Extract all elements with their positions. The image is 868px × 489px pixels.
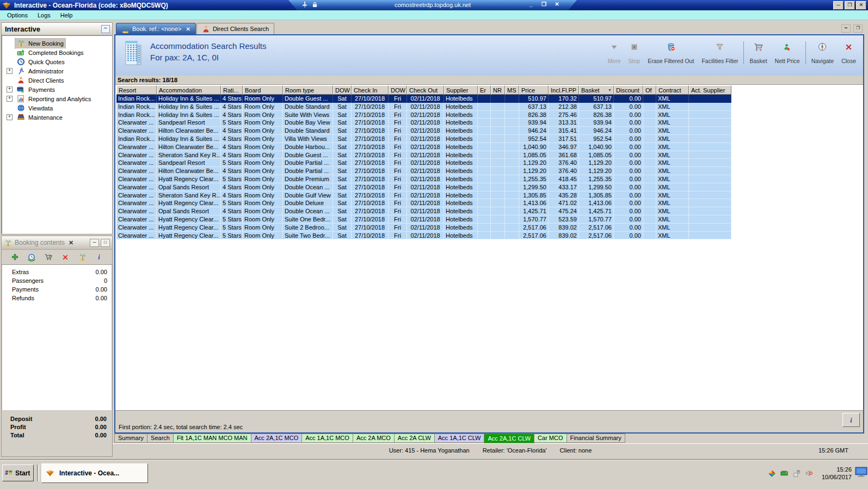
menu-item-options[interactable]: Options <box>2 10 33 20</box>
window-close-button[interactable]: ✕ <box>856 1 866 10</box>
sidebar-item-maintenance[interactable]: +Maintenance <box>2 113 112 122</box>
bottom-tab-car-mco[interactable]: Car MCO <box>534 434 567 443</box>
column-header-check-in[interactable]: Check In <box>352 85 389 95</box>
result-row[interactable]: Clearwater ...Opal Sands Resort4 StarsRo… <box>116 207 731 215</box>
column-header-board[interactable]: Board <box>243 85 283 95</box>
quote-button[interactable] <box>27 252 36 262</box>
result-row[interactable]: Clearwater ...Opal Sands Resort4 StarsRo… <box>116 183 731 191</box>
bottom-tab-acc-1a-1c-mco[interactable]: Acc 1A,1C MCO <box>301 434 353 443</box>
usb-device-tray-icon[interactable] <box>793 469 801 477</box>
column-header-dow[interactable]: DOW <box>389 85 407 95</box>
antivirus-tray-icon[interactable] <box>768 469 776 478</box>
menu-item-logs[interactable]: Logs <box>33 10 56 20</box>
bottom-tab-search[interactable]: Search <box>147 434 174 443</box>
sidebar-collapse-button[interactable]: − <box>101 25 110 33</box>
column-header-act-supplier[interactable]: Act. Supplier <box>689 85 731 95</box>
tab-book-ref-none[interactable]: Book. ref.: <none>✕ <box>116 23 196 34</box>
network-card-tray-icon[interactable] <box>780 470 789 476</box>
result-row[interactable]: Clearwater ...Hilton Clearwater Be...4 S… <box>116 167 731 175</box>
result-row[interactable]: Clearwater ...Sandpearl Resort5 StarsRoo… <box>116 159 731 167</box>
expand-icon[interactable]: + <box>7 114 13 120</box>
expand-icon[interactable]: + <box>7 68 13 74</box>
window-restore-button[interactable]: ❐ <box>845 1 855 10</box>
column-header-nr[interactable]: NR <box>491 85 505 95</box>
sidebar-item-new-booking[interactable]: +New Booking <box>2 39 112 48</box>
bottom-tab-acc-2a-mco[interactable]: Acc 2A MCO <box>353 434 395 443</box>
mdi-restore-button[interactable]: ❐ <box>853 24 863 33</box>
result-row[interactable]: Clearwater ...Hyatt Regency Clear...5 St… <box>116 224 731 232</box>
result-row[interactable]: Indian Rock...Holiday Inn & Suites ...4 … <box>116 135 731 143</box>
bottom-tab-acc-1a-1c-clw[interactable]: Acc 1A,1C CLW <box>434 434 485 443</box>
bottom-tab-flt-1a-1c-man-mco-man[interactable]: Flt 1A,1C MAN MCO MAN <box>173 434 251 443</box>
tab-close-icon[interactable]: ✕ <box>186 26 190 32</box>
result-row[interactable]: Indian Rock...Holiday Inn & Suites ...4 … <box>116 103 731 111</box>
info-button[interactable]: i <box>842 413 860 427</box>
menu-item-help[interactable]: Help <box>56 10 78 20</box>
close-button[interactable]: Close <box>838 40 860 66</box>
sidebar-item-direct-clients[interactable]: +Direct Clients <box>2 76 112 85</box>
holiday-button[interactable] <box>77 252 87 262</box>
bottom-tab-acc-2a-1c-mco[interactable]: Acc 2A,1C MCO <box>251 434 303 443</box>
tab-direct-clients-search[interactable]: Direct Clients Search <box>196 23 274 34</box>
column-header-price[interactable]: Price <box>519 85 549 95</box>
result-row[interactable]: Clearwater ...Hilton Clearwater Be...4 S… <box>116 127 731 135</box>
result-row[interactable]: Indian Rock...Holiday Inn & Suites ...4 … <box>116 111 731 119</box>
facilities-filter-button[interactable]: Facilities Filter <box>698 40 742 66</box>
result-row[interactable]: Clearwater ...Hyatt Regency Clear...5 St… <box>116 215 731 224</box>
result-row[interactable]: Clearwater ...Sheraton Sand Key R...4 St… <box>116 191 731 200</box>
rdp-minimize-button[interactable]: _ <box>527 1 534 7</box>
expand-icon[interactable]: + <box>7 96 13 102</box>
expand-icon[interactable]: + <box>7 86 13 92</box>
move-to-basket-button[interactable] <box>44 252 53 262</box>
sidebar-item-payments[interactable]: +$Payments <box>2 85 112 94</box>
bottom-tab-financial-summary[interactable]: Financial Summary <box>567 434 625 443</box>
result-row[interactable]: Clearwater ...Hyatt Regency Clear...5 St… <box>116 232 731 240</box>
bottom-tab-acc-2a-clw[interactable]: Acc 2A CLW <box>394 434 435 443</box>
column-header-basket[interactable]: Basket▼ <box>579 85 614 95</box>
column-header-rati[interactable]: Rati... <box>221 85 243 95</box>
sidebar-item-administrator[interactable]: +Administrator <box>2 66 112 76</box>
rdp-restore-button[interactable]: ❐ <box>540 1 547 7</box>
result-row[interactable]: Clearwater ...Hyatt Regency Clear...5 St… <box>116 175 731 183</box>
mdi-minimize-button[interactable]: ━ <box>841 24 851 33</box>
booking-contents-maximize-button[interactable]: □ <box>101 239 110 247</box>
column-header-discount[interactable]: Discount <box>614 85 643 95</box>
column-header-incl-fl-pp[interactable]: Incl.Fl.PP <box>549 85 579 95</box>
column-header-er[interactable]: Er <box>478 85 491 95</box>
add-button[interactable] <box>10 252 20 262</box>
column-header-of[interactable]: Of <box>643 85 656 95</box>
show-desktop-icon[interactable] <box>855 467 867 477</box>
result-row[interactable]: Clearwater ...Sheraton Sand Key R...4 St… <box>116 151 731 159</box>
result-row[interactable]: Clearwater ...Sandpearl Resort5 StarsRoo… <box>116 119 731 127</box>
volume-muted-tray-icon[interactable] <box>805 469 813 477</box>
sidebar-item-quick-quotes[interactable]: +Quick Quotes <box>2 57 112 66</box>
column-header-check-out[interactable]: Check Out <box>407 85 444 95</box>
info-button[interactable]: i <box>94 252 104 262</box>
column-header-supplier[interactable]: Supplier <box>444 85 478 95</box>
rdp-close-button[interactable]: ✕ <box>553 1 561 7</box>
column-header-dow[interactable]: DOW <box>333 85 352 95</box>
column-header-accommodation[interactable]: Accommodation <box>157 85 221 95</box>
column-header-room-type[interactable]: Room type <box>283 85 333 95</box>
delete-button[interactable] <box>60 252 70 262</box>
result-row[interactable]: Clearwater ...Hyatt Regency Clear...5 St… <box>116 199 731 207</box>
basket-button[interactable]: Basket <box>746 40 771 66</box>
sidebar-item-viewdata[interactable]: +Viewdata <box>2 103 112 113</box>
bottom-tab-acc-2a-1c-clw[interactable]: Acc 2A,1C CLW <box>484 434 534 443</box>
window-minimize-button[interactable]: ─ <box>833 1 844 10</box>
booking-contents-minimize-button[interactable]: ─ <box>90 239 99 247</box>
taskbar-app-button[interactable]: Interactive - Ocea... <box>41 463 148 483</box>
nett-price-button[interactable]: Nett Price <box>771 40 804 66</box>
sidebar-item-reporting-and-analytics[interactable]: +Reporting and Analytics <box>2 94 112 103</box>
start-button[interactable]: Start <box>2 465 34 481</box>
navigate-button[interactable]: Navigate <box>808 40 838 66</box>
column-header-resort[interactable]: Resort <box>116 85 157 95</box>
column-header-ms[interactable]: MS <box>505 85 519 95</box>
result-row[interactable]: Clearwater ...Hilton Clearwater Be...4 S… <box>116 143 731 151</box>
sidebar-item-completed-bookings[interactable]: +Completed Bookings <box>2 48 112 57</box>
result-row[interactable]: Indian Rock...Holiday Inn & Suites ...4 … <box>116 95 731 103</box>
booking-contents-close-icon[interactable]: ✕ <box>69 239 73 246</box>
bottom-tab-summary[interactable]: Summary <box>114 434 147 443</box>
erase-filtered-out-button[interactable]: Erase Filtered Out <box>644 40 698 66</box>
column-header-contract[interactable]: Contract <box>656 85 689 95</box>
